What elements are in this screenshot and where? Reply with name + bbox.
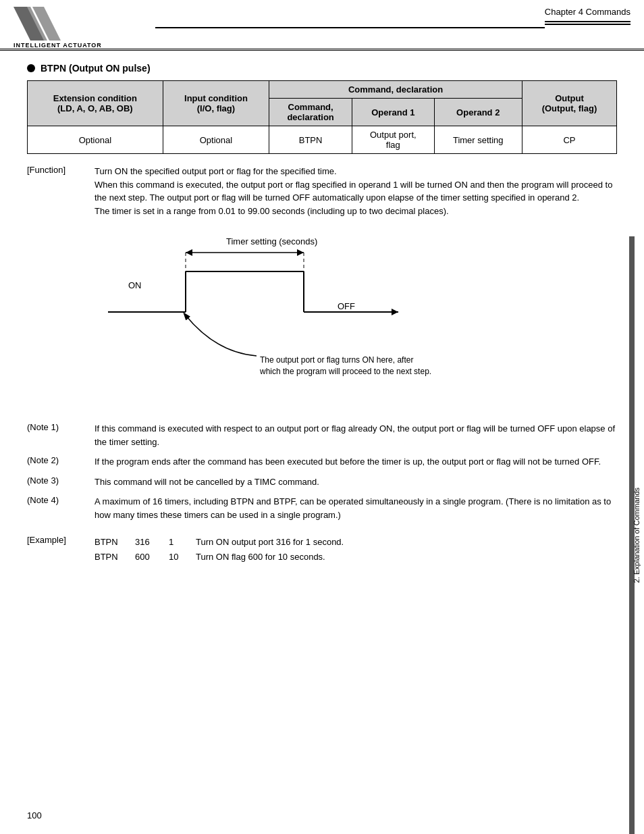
section-heading: BTPN (Output ON pulse)	[27, 63, 617, 74]
example-label: [Example]	[27, 535, 95, 565]
ex2-arg2: 10	[169, 550, 196, 565]
header-right: Chapter 4 Commands	[545, 7, 630, 25]
logo-area: INTELLIGENT ACTUATOR	[14, 7, 149, 49]
svg-marker-5	[297, 249, 304, 256]
timing-diagram: Timer setting (seconds) ON	[68, 231, 617, 409]
note-2-label: (Note 2)	[27, 455, 95, 469]
col-command-declaration-header: Command, declaration	[269, 81, 522, 99]
section-title: BTPN (Output ON pulse)	[41, 63, 151, 74]
chapter-title: Chapter 4 Commands	[545, 7, 630, 21]
cell-extension: Optional	[28, 126, 163, 154]
ex2-arg1: 600	[135, 550, 169, 565]
cell-input: Optional	[163, 126, 269, 154]
svg-text:OFF: OFF	[338, 301, 355, 311]
function-section: [Function] Turn ON the specified output …	[27, 165, 617, 217]
ex1-arg2: 1	[169, 535, 196, 550]
bullet-icon	[27, 64, 35, 72]
svg-text:which the program will proceed: which the program will proceed to the ne…	[259, 367, 431, 376]
note-3-row: (Note 3) This command will not be cancel…	[27, 475, 617, 489]
col-input-condition: Input condition(I/O, flag)	[163, 81, 269, 126]
note-2-row: (Note 2) If the program ends after the c…	[27, 455, 617, 469]
main-content: BTPN (Output ON pulse) Extension conditi…	[0, 56, 644, 592]
function-label: [Function]	[27, 165, 95, 217]
cell-output: CP	[522, 126, 616, 154]
note-1-label: (Note 1)	[27, 422, 95, 448]
note-2-text: If the program ends after the command ha…	[95, 455, 617, 469]
example-content: BTPN 316 1 Turn ON output port 316 for 1…	[95, 535, 617, 565]
col-output: Output(Output, flag)	[522, 81, 616, 126]
note-1-text: If this command is executed with respect…	[95, 422, 617, 448]
command-table: Extension condition(LD, A, O, AB, OB) In…	[27, 80, 617, 154]
cell-cmd: BTPN	[269, 126, 352, 154]
timing-diagram-svg: Timer setting (seconds) ON	[68, 231, 446, 407]
svg-marker-14	[392, 309, 398, 315]
notes-section: (Note 1) If this command is executed wit…	[27, 422, 617, 521]
col-cmd-decl: Command,declaration	[269, 99, 352, 126]
function-text: Turn ON the specified output port or fla…	[95, 165, 617, 217]
col-extension-condition: Extension condition(LD, A, O, AB, OB)	[28, 81, 163, 126]
company-logo	[14, 7, 61, 41]
note-3-text: This command will not be cancelled by a …	[95, 475, 617, 489]
note-1-row: (Note 1) If this command is executed wit…	[27, 422, 617, 448]
page-footer: 100	[27, 810, 42, 820]
note-4-text: A maximum of 16 timers, including BTPN a…	[95, 495, 617, 521]
svg-text:ON: ON	[128, 280, 142, 290]
svg-text:The output port or flag turns : The output port or flag turns ON here, a…	[260, 355, 413, 365]
page-header: INTELLIGENT ACTUATOR Chapter 4 Commands	[0, 0, 644, 51]
ex2-cmd: BTPN	[95, 550, 135, 565]
page-number: 100	[27, 810, 42, 820]
timer-label: Timer setting (seconds)	[226, 236, 317, 246]
col-operand1: Operand 1	[352, 99, 434, 126]
col-operand2: Operand 2	[434, 99, 522, 126]
note-4-row: (Note 4) A maximum of 16 timers, includi…	[27, 495, 617, 521]
note-4-label: (Note 4)	[27, 495, 95, 521]
example-section: [Example] BTPN 316 1 Turn ON output port…	[27, 535, 617, 565]
sidebar: 2. Explanation of Commands	[629, 236, 644, 834]
ex1-cmd: BTPN	[95, 535, 135, 550]
example-line-2: BTPN 600 10 Turn ON flag 600 for 10 seco…	[95, 550, 617, 565]
note-3-label: (Note 3)	[27, 475, 95, 489]
svg-marker-4	[186, 249, 192, 256]
ex2-desc: Turn ON flag 600 for 10 seconds.	[196, 550, 617, 565]
cell-op1: Output port,flag	[352, 126, 434, 154]
ex1-desc: Turn ON output port 316 for 1 second.	[196, 535, 617, 550]
logo-text: INTELLIGENT ACTUATOR	[14, 42, 102, 49]
example-line-1: BTPN 316 1 Turn ON output port 316 for 1…	[95, 535, 617, 550]
cell-op2: Timer setting	[434, 126, 522, 154]
ex1-arg1: 316	[135, 535, 169, 550]
sidebar-text: 2. Explanation of Commands	[633, 488, 641, 583]
